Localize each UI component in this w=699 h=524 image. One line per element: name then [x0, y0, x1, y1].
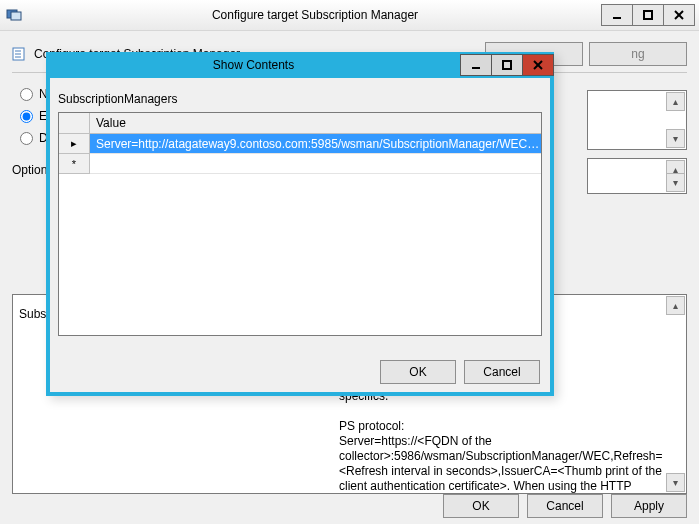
grid-row-0[interactable]: ▸ Server=http://atagateway9.contoso.com:… — [59, 134, 541, 154]
scroll-up-icon[interactable]: ▴ — [666, 296, 685, 315]
svg-rect-1 — [11, 12, 21, 20]
table-label: SubscriptionManagers — [58, 92, 542, 106]
scroll-down-icon[interactable]: ▾ — [666, 473, 685, 492]
radio-not-configured-input[interactable] — [20, 88, 33, 101]
radio-disabled-input[interactable] — [20, 132, 33, 145]
parent-titlebar: Configure target Subscription Manager — [0, 0, 699, 31]
dialog-cancel-button[interactable]: Cancel — [464, 360, 540, 384]
dialog-ok-button[interactable]: OK — [380, 360, 456, 384]
dialog-minimize-button[interactable] — [460, 54, 492, 76]
right-textboxes: ▴ ▾ ▴ ▾ — [587, 90, 687, 194]
parent-title: Configure target Subscription Manager — [212, 8, 418, 22]
parent-minimize-button[interactable] — [601, 4, 633, 26]
app-icon — [6, 7, 22, 23]
svg-rect-3 — [644, 11, 652, 19]
parent-close-button[interactable] — [663, 4, 695, 26]
scroll-down-icon[interactable]: ▾ — [666, 173, 685, 192]
value-column-header: Value — [90, 113, 541, 133]
dialog-footer: OK Cancel — [380, 360, 540, 384]
grid-row-new[interactable]: * — [59, 154, 541, 174]
grid-cell-new[interactable] — [90, 154, 541, 174]
grid-header: Value — [59, 113, 541, 134]
radio-enabled-input[interactable] — [20, 110, 33, 123]
parent-cancel-button[interactable]: Cancel — [527, 494, 603, 518]
policy-icon — [12, 46, 28, 62]
show-contents-dialog: Show Contents SubscriptionManagers Value… — [46, 52, 554, 396]
top-ng-button[interactable]: ng — [589, 42, 687, 66]
parent-window-buttons — [602, 4, 695, 26]
parent-apply-button[interactable]: Apply — [611, 494, 687, 518]
parent-footer: OK Cancel Apply — [443, 494, 687, 518]
parent-maximize-button[interactable] — [632, 4, 664, 26]
grid-cell-value-0[interactable]: Server=http://atagateway9.contoso.com:59… — [90, 134, 541, 154]
comment-box[interactable]: ▴ ▾ — [587, 158, 687, 194]
dialog-body: SubscriptionManagers Value ▸ Server=http… — [58, 92, 542, 350]
dialog-close-button[interactable] — [522, 54, 554, 76]
row-header-column — [59, 113, 90, 133]
dialog-maximize-button[interactable] — [491, 54, 523, 76]
svg-rect-11 — [503, 61, 511, 69]
scroll-down-icon[interactable]: ▾ — [666, 129, 685, 148]
subscription-managers-grid[interactable]: Value ▸ Server=http://atagateway9.contos… — [58, 112, 542, 336]
scroll-up-icon[interactable]: ▴ — [666, 92, 685, 111]
row-indicator-new-icon: * — [59, 154, 90, 174]
dialog-title: Show Contents — [213, 58, 294, 72]
dialog-titlebar: Show Contents — [46, 52, 554, 78]
supported-on-box[interactable]: ▴ ▾ — [587, 90, 687, 150]
row-indicator-current-icon: ▸ — [59, 134, 90, 154]
parent-ok-button[interactable]: OK — [443, 494, 519, 518]
